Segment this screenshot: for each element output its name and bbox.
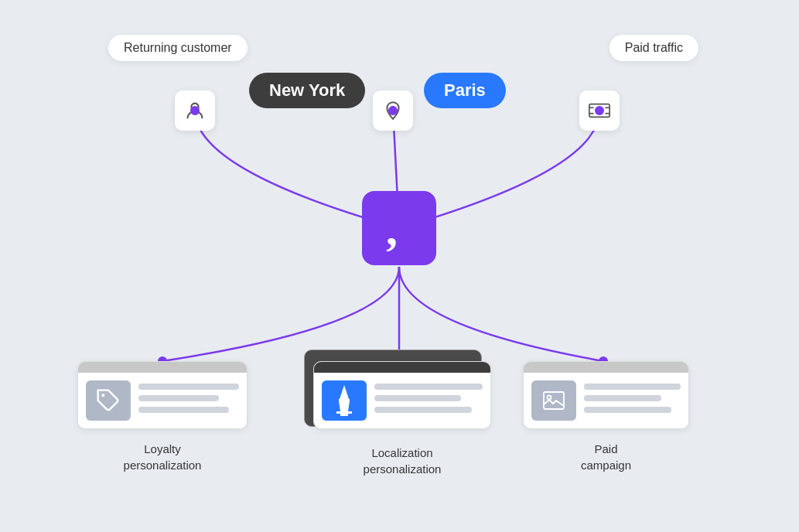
new-york-chip: New York	[249, 73, 365, 108]
loyalty-card-thumb	[86, 380, 131, 421]
tag-icon	[96, 388, 121, 413]
conn-dot-pin	[388, 106, 398, 115]
svg-rect-13	[336, 411, 352, 414]
loyalty-line-1	[138, 384, 239, 390]
image-icon	[542, 390, 565, 411]
paid-label: Paid campaign	[523, 441, 689, 473]
conn-dot-user	[190, 106, 200, 115]
local-line-2	[374, 395, 461, 401]
brand-logo-icon: ,	[380, 205, 418, 251]
localization-card	[313, 361, 491, 429]
loyalty-card-lines	[138, 380, 239, 418]
svg-marker-10	[340, 385, 349, 399]
paid-traffic-label: Paid traffic	[609, 35, 698, 61]
localization-card-lines	[374, 380, 483, 418]
loyalty-line-2	[138, 395, 219, 401]
svg-rect-11	[339, 399, 350, 401]
local-line-1	[374, 384, 483, 390]
paid-line-1	[584, 384, 681, 390]
paid-line-3	[584, 407, 671, 413]
eiffel-icon	[330, 384, 358, 418]
svg-point-16	[548, 396, 551, 400]
canvas: Returning customer Paid traffic New York…	[0, 0, 799, 532]
loyalty-card-body	[78, 373, 247, 428]
localization-card-thumb	[322, 380, 367, 421]
localization-label: Localization personalization	[313, 445, 491, 477]
paid-card-thumb	[531, 380, 576, 421]
paid-card-header	[524, 362, 688, 373]
loyalty-line-3	[138, 407, 229, 413]
paid-card	[523, 361, 689, 429]
paid-line-2	[584, 395, 661, 401]
paris-chip: Paris	[424, 73, 506, 108]
loyalty-card-header	[78, 362, 247, 373]
svg-text:,: ,	[386, 205, 398, 251]
svg-marker-12	[339, 401, 350, 411]
conn-dot-cash	[595, 106, 604, 115]
local-line-3	[374, 407, 472, 413]
loyalty-card	[77, 361, 248, 429]
loyalty-label: Loyalty personalization	[77, 441, 248, 473]
paid-card-lines	[584, 380, 681, 418]
svg-rect-15	[544, 392, 564, 409]
localization-card-body	[314, 373, 490, 428]
svg-rect-14	[340, 414, 348, 416]
returning-customer-label: Returning customer	[108, 35, 248, 61]
paid-card-body	[524, 373, 688, 428]
center-brand-node: ,	[362, 191, 436, 265]
localization-card-header	[314, 362, 490, 373]
